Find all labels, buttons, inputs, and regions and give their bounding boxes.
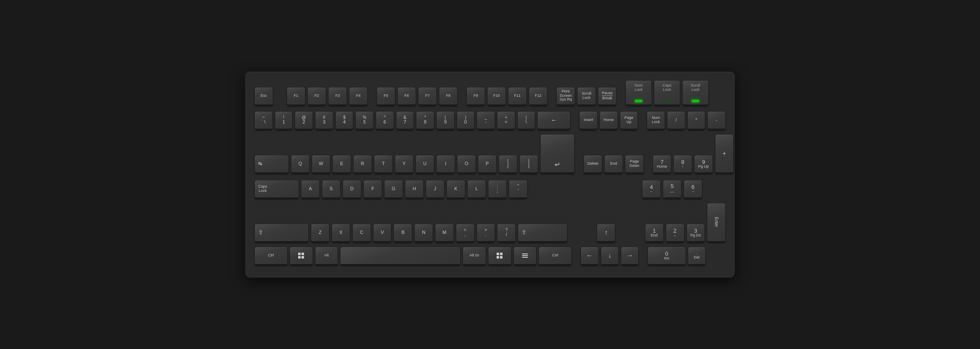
key-numpad-9[interactable]: 9 Pg Up (694, 155, 713, 174)
key-numpad-dot[interactable]: . Del (688, 247, 706, 265)
key-period[interactable]: > . (477, 224, 495, 242)
key-w[interactable]: W (312, 155, 330, 174)
key-ctrl-left[interactable]: Ctrl (254, 247, 288, 265)
key-alt-gr[interactable]: Alt Gr (463, 247, 486, 265)
key-numpad-slash[interactable]: / (667, 111, 685, 130)
key-f10[interactable]: F10 (487, 87, 506, 106)
key-right-bracket[interactable]: } ] (519, 155, 538, 174)
key-scroll-lock[interactable]: ScrollLock (577, 87, 596, 106)
key-arrow-down[interactable]: ↓ (601, 247, 619, 265)
key-f11[interactable]: F11 (508, 87, 527, 106)
key-equals[interactable]: + = (497, 111, 515, 130)
key-n[interactable]: N (414, 224, 433, 242)
key-h[interactable]: H (405, 180, 424, 199)
key-tab[interactable]: ↹ (254, 155, 289, 174)
key-k[interactable]: K (447, 180, 465, 199)
key-numpad-8[interactable]: 8 ↑ (673, 155, 692, 174)
key-alt-left[interactable]: Alt (315, 247, 338, 265)
key-s[interactable]: S (322, 180, 341, 199)
key-backslash-num[interactable]: | \ (517, 111, 536, 130)
key-print-screen[interactable]: PrintScreenSys Rq (556, 87, 575, 106)
key-a[interactable]: A (301, 180, 320, 199)
key-home[interactable]: Home (600, 111, 618, 130)
key-f2[interactable]: F2 (307, 87, 326, 106)
key-comma[interactable]: < , (456, 224, 475, 242)
key-u[interactable]: U (416, 155, 434, 174)
key-f1[interactable]: F1 (287, 87, 305, 106)
key-8[interactable]: * 8 (416, 111, 434, 130)
key-f8[interactable]: F8 (439, 87, 458, 106)
key-x[interactable]: X (332, 224, 350, 242)
key-arrow-left[interactable]: ← (581, 247, 598, 265)
key-end[interactable]: End (604, 155, 623, 174)
key-num-lock[interactable]: NumLock (647, 111, 665, 130)
key-ctrl-right[interactable]: Ctrl (539, 247, 572, 265)
key-f3[interactable]: F3 (328, 87, 347, 106)
key-j[interactable]: J (426, 180, 444, 199)
key-numpad-4[interactable]: 4 ← (642, 180, 661, 199)
key-d[interactable]: D (343, 180, 361, 199)
key-i[interactable]: I (436, 155, 455, 174)
key-v[interactable]: V (373, 224, 392, 242)
key-left-bracket[interactable]: { [ (499, 155, 517, 174)
key-3[interactable]: # 3 (315, 111, 333, 130)
key-delete[interactable]: Delete (584, 155, 602, 174)
key-numpad-7[interactable]: 7 Home (653, 155, 671, 174)
key-e[interactable]: E (332, 155, 351, 174)
key-r[interactable]: R (353, 155, 372, 174)
key-f7[interactable]: F7 (418, 87, 437, 106)
key-numpad-plus[interactable]: + (715, 134, 734, 174)
key-0[interactable]: ) 0 (457, 111, 475, 130)
key-f9[interactable]: F9 (466, 87, 485, 106)
key-g[interactable]: G (384, 180, 403, 199)
key-numpad-5[interactable]: 5 — (663, 180, 681, 199)
key-slash[interactable]: ? / (497, 224, 516, 242)
key-numpad-enter[interactable]: Enter (707, 203, 726, 242)
key-enter[interactable]: ↵ (540, 134, 575, 174)
key-5[interactable]: % 5 (355, 111, 374, 130)
key-quote[interactable]: " ' (509, 180, 528, 199)
key-z[interactable]: Z (311, 224, 329, 242)
key-p[interactable]: P (478, 155, 497, 174)
key-win-left[interactable] (290, 247, 313, 265)
key-semicolon[interactable]: : ; (488, 180, 507, 199)
key-win-right[interactable] (488, 247, 511, 265)
key-q[interactable]: Q (291, 155, 310, 174)
key-pause[interactable]: PauseBreak (598, 87, 617, 106)
key-arrow-right[interactable]: → (621, 247, 639, 265)
key-9[interactable]: ( 9 (436, 111, 455, 130)
key-f[interactable]: F (363, 180, 382, 199)
key-c[interactable]: C (352, 224, 371, 242)
key-numpad-1[interactable]: 1 End (645, 224, 664, 242)
key-numpad-3[interactable]: 3 Pg Dn (687, 224, 705, 242)
key-numpad-asterisk[interactable]: * (687, 111, 706, 130)
key-f12[interactable]: F12 (529, 87, 547, 106)
key-m[interactable]: M (435, 224, 454, 242)
key-y[interactable]: Y (395, 155, 413, 174)
key-numpad-2[interactable]: 2 ↓ (666, 224, 684, 242)
key-menu[interactable] (514, 247, 537, 265)
key-esc[interactable]: Esc (254, 87, 273, 106)
key-backtick[interactable]: ~ ` \ (254, 111, 273, 130)
key-shift-left[interactable]: ⇧ (254, 224, 309, 242)
key-numpad-0[interactable]: 0 Ins (648, 247, 685, 265)
key-numpad-6[interactable]: 6 → (684, 180, 702, 199)
key-f5[interactable]: F5 (377, 87, 395, 106)
key-6[interactable]: ^ 6 (376, 111, 394, 130)
key-4[interactable]: $ 4 (335, 111, 354, 130)
key-minus[interactable]: _ - (477, 111, 495, 130)
key-2[interactable]: @ 2 (295, 111, 313, 130)
key-arrow-up[interactable]: ↑ (597, 224, 615, 242)
key-insert[interactable]: Insert (579, 111, 597, 130)
key-space[interactable] (340, 247, 461, 265)
key-caps-lock[interactable]: CapsLock (254, 180, 299, 199)
key-numpad-minus[interactable]: - (707, 111, 726, 130)
key-7[interactable]: & 7 (396, 111, 414, 130)
key-page-up[interactable]: PageUp (620, 111, 638, 130)
key-1[interactable]: ! 1 (275, 111, 293, 130)
key-b[interactable]: B (394, 224, 412, 242)
key-t[interactable]: T (374, 155, 393, 174)
key-f4[interactable]: F4 (349, 87, 368, 106)
key-o[interactable]: O (457, 155, 476, 174)
key-shift-right[interactable]: ⇧ (518, 224, 567, 242)
